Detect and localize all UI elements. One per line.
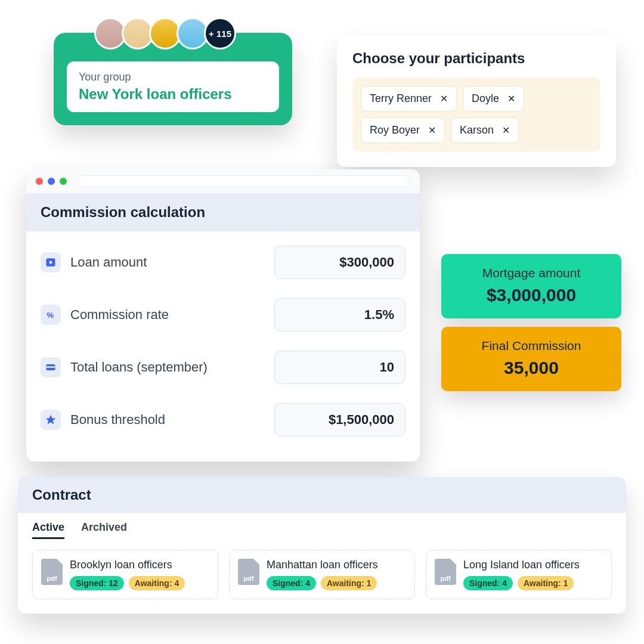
close-icon[interactable]: ✕: [440, 93, 448, 104]
contract-tabs: Active Archived: [18, 513, 626, 543]
group-label: Your group: [79, 71, 267, 83]
svg-marker-5: [46, 415, 56, 425]
contract-tile[interactable]: pdf Long Island loan officers Signed: 4 …: [426, 550, 612, 599]
commission-value: 35,000: [447, 358, 615, 378]
tab-active[interactable]: Active: [32, 521, 64, 539]
awaiting-badge: Awaiting: 1: [518, 576, 574, 590]
bonus-threshold-input[interactable]: $1,500,000: [274, 403, 405, 436]
window-chrome: [26, 169, 420, 193]
chip-label: Terry Renner: [370, 92, 432, 105]
tab-archived[interactable]: Archived: [81, 521, 127, 539]
awaiting-badge: Awaiting: 4: [129, 576, 185, 590]
group-inner: Your group New York loan officers: [67, 61, 279, 112]
awaiting-badge: Awaiting: 1: [321, 576, 377, 590]
calc-row-commission-rate: % Commission rate 1.5%: [38, 289, 408, 341]
signed-badge: Signed: 12: [70, 576, 124, 590]
commission-label: Final Commission: [447, 339, 615, 353]
avatar-row: + 115: [94, 17, 236, 49]
group-card: + 115 Your group New York loan officers: [54, 33, 292, 125]
close-icon[interactable]: ✕: [502, 125, 510, 136]
contract-tile[interactable]: pdf Brooklyn loan officers Signed: 12 Aw…: [32, 550, 218, 599]
avatar-overflow[interactable]: + 115: [204, 17, 236, 49]
close-icon[interactable]: ✕: [428, 125, 436, 136]
contract-title: Contract: [18, 477, 626, 513]
participants-title: Choose your participants: [352, 50, 600, 67]
star-icon: [41, 410, 61, 430]
row-label: Loan amount: [70, 255, 147, 270]
calc-window: Commission calculation Loan amount $300,…: [26, 169, 420, 462]
contract-card: Contract Active Archived pdf Brooklyn lo…: [18, 477, 626, 614]
tile-title: Brooklyn loan officers: [70, 559, 185, 571]
svg-point-1: [49, 261, 52, 264]
calc-row-total-loans: Total loans (september) 10: [38, 341, 408, 394]
mortgage-amount-card: Mortgage amount $3,000,000: [441, 254, 621, 318]
calc-body: Loan amount $300,000 % Commission rate 1…: [26, 231, 420, 462]
window-minimize-icon[interactable]: [48, 178, 55, 185]
signed-badge: Signed: 4: [267, 576, 316, 590]
svg-text:%: %: [47, 311, 54, 320]
calc-row-bonus-threshold: Bonus threshold $1,500,000: [38, 394, 408, 446]
svg-rect-4: [47, 366, 55, 368]
contract-tile[interactable]: pdf Manhattan loan officers Signed: 4 Aw…: [229, 550, 415, 599]
calc-row-loan-amount: Loan amount $300,000: [38, 236, 408, 289]
final-commission-card: Final Commission 35,000: [441, 327, 621, 391]
address-bar[interactable]: [78, 175, 410, 187]
window-zoom-icon[interactable]: [60, 178, 67, 185]
chip-label: Doyle: [472, 92, 499, 105]
mortgage-value: $3,000,000: [447, 285, 615, 305]
total-loans-input[interactable]: 10: [274, 351, 405, 384]
pdf-icon: pdf: [238, 559, 259, 585]
percent-icon: %: [41, 305, 61, 325]
mortgage-label: Mortgage amount: [447, 266, 615, 280]
result-stack: Mortgage amount $3,000,000 Final Commiss…: [441, 254, 621, 391]
loan-amount-input[interactable]: $300,000: [274, 246, 405, 279]
money-icon: [41, 252, 61, 273]
window-close-icon[interactable]: [36, 178, 43, 185]
participants-chips: Terry Renner ✕ Doyle ✕ Roy Boyer ✕ Karso…: [352, 78, 600, 151]
chip-label: Roy Boyer: [370, 124, 420, 137]
row-label: Total loans (september): [70, 360, 208, 375]
calc-title: Commission calculation: [26, 193, 420, 231]
card-icon: [41, 357, 61, 377]
chip-label: Karson: [460, 124, 494, 137]
tile-title: Manhattan loan officers: [267, 559, 378, 571]
row-label: Bonus threshold: [70, 412, 165, 428]
participant-chip[interactable]: Terry Renner ✕: [361, 86, 457, 112]
pdf-icon: pdf: [41, 559, 63, 585]
participant-chip[interactable]: Roy Boyer ✕: [361, 117, 445, 143]
participant-chip[interactable]: Doyle ✕: [463, 86, 524, 112]
commission-rate-input[interactable]: 1.5%: [274, 298, 405, 332]
contract-row: pdf Brooklyn loan officers Signed: 12 Aw…: [18, 543, 626, 614]
group-name: New York loan officers: [79, 86, 267, 103]
row-label: Commission rate: [70, 307, 169, 323]
pdf-icon: pdf: [435, 559, 456, 585]
participant-chip[interactable]: Karson ✕: [451, 117, 519, 143]
tile-title: Long Island loan officers: [463, 559, 580, 571]
close-icon[interactable]: ✕: [507, 93, 515, 104]
signed-badge: Signed: 4: [463, 576, 513, 590]
participants-card: Choose your participants Terry Renner ✕ …: [337, 36, 616, 167]
